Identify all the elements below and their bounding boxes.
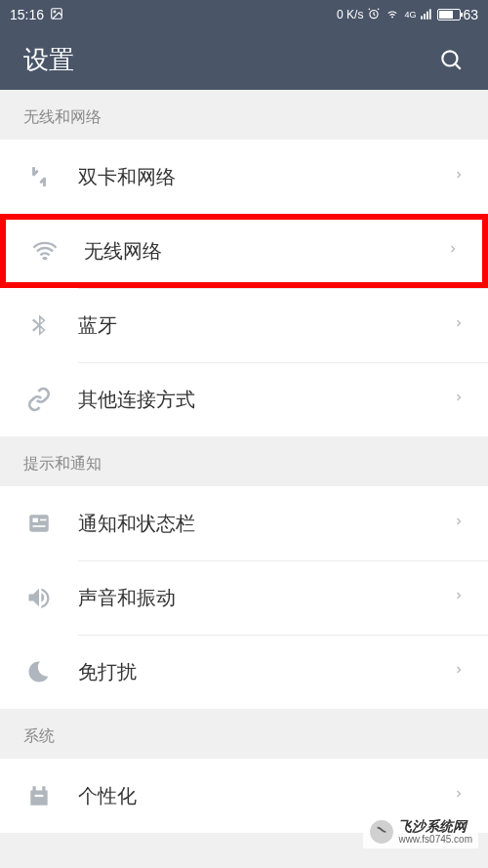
sound-icon <box>23 582 55 613</box>
section-header: 系统 <box>0 709 488 759</box>
svg-rect-3 <box>422 16 424 19</box>
settings-item-label: 无线网络 <box>84 238 447 265</box>
svg-rect-6 <box>429 9 431 19</box>
settings-item[interactable]: 通知和状态栏 <box>0 486 488 560</box>
watermark-title: 飞沙系统网 <box>398 819 472 834</box>
settings-list: 无线和网络双卡和网络无线网络蓝牙其他连接方式提示和通知通知和状态栏声音和振动免打… <box>0 90 488 833</box>
settings-item-label: 个性化 <box>78 783 453 809</box>
watermark-url: www.fs0745.com <box>398 834 472 845</box>
settings-item[interactable]: 免打扰 <box>0 635 488 709</box>
wifi-icon <box>29 235 61 267</box>
battery-icon: 63 <box>437 7 478 22</box>
svg-rect-4 <box>425 14 427 20</box>
settings-item-label: 其他连接方式 <box>78 387 453 413</box>
svg-rect-9 <box>29 515 49 531</box>
svg-point-1 <box>54 11 56 13</box>
wifi-status-icon <box>385 7 400 23</box>
chevron-right-icon <box>453 660 465 683</box>
image-icon <box>50 7 63 23</box>
settings-item-label: 蓝牙 <box>78 312 453 339</box>
status-bar: 15:16 0 K/s 4G 63 <box>0 0 488 29</box>
settings-item-label: 通知和状态栏 <box>78 511 453 537</box>
settings-item-label: 免打扰 <box>78 659 453 685</box>
chevron-right-icon <box>453 165 465 188</box>
status-right: 0 K/s 4G 63 <box>337 7 478 23</box>
chevron-right-icon <box>453 313 465 337</box>
svg-point-14 <box>370 820 393 844</box>
settings-item-label: 声音和振动 <box>78 585 453 611</box>
watermark: 飞沙系统网 www.fs0745.com <box>363 815 478 848</box>
section-header: 提示和通知 <box>0 436 488 486</box>
section-header: 无线和网络 <box>0 90 488 140</box>
page-title: 设置 <box>23 43 74 77</box>
settings-item[interactable]: 无线网络 <box>0 214 488 288</box>
svg-rect-10 <box>33 518 38 522</box>
chevron-right-icon <box>453 512 465 535</box>
settings-item[interactable]: 其他连接方式 <box>0 362 488 436</box>
search-button[interactable] <box>437 46 465 73</box>
sim-icon <box>23 161 55 192</box>
network-type: 4G <box>404 10 416 20</box>
svg-rect-11 <box>40 519 47 521</box>
status-time: 15:16 <box>10 7 44 22</box>
watermark-logo-icon <box>369 819 394 845</box>
dnd-icon <box>23 656 55 687</box>
personalization-icon <box>23 780 55 811</box>
bluetooth-icon <box>23 310 55 341</box>
chevron-right-icon <box>453 586 465 609</box>
chevron-right-icon <box>453 784 465 807</box>
svg-rect-12 <box>33 525 46 527</box>
svg-rect-13 <box>35 795 44 797</box>
chevron-right-icon <box>447 239 459 263</box>
settings-header: 设置 <box>0 29 488 90</box>
settings-item[interactable]: 声音和振动 <box>0 560 488 635</box>
battery-percent: 63 <box>463 7 478 22</box>
link-icon <box>23 384 55 415</box>
svg-line-8 <box>456 64 461 69</box>
signal-icon <box>420 7 433 23</box>
status-left: 15:16 <box>10 7 63 23</box>
status-speed: 0 K/s <box>337 8 363 21</box>
chevron-right-icon <box>453 388 465 411</box>
settings-item-label: 双卡和网络 <box>78 164 453 190</box>
notification-icon <box>23 508 55 539</box>
alarm-icon <box>367 7 381 23</box>
svg-rect-5 <box>427 11 428 19</box>
settings-item[interactable]: 双卡和网络 <box>0 140 488 214</box>
search-icon <box>438 47 464 72</box>
svg-point-7 <box>442 51 457 65</box>
settings-item[interactable]: 蓝牙 <box>0 288 488 362</box>
